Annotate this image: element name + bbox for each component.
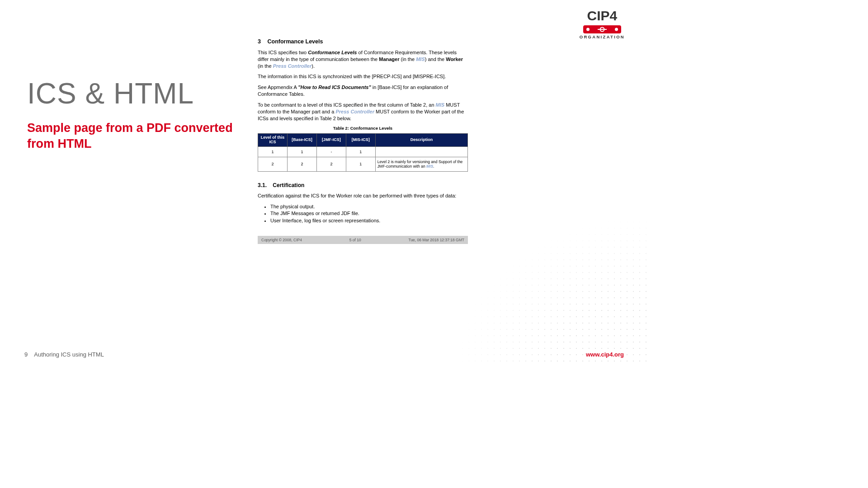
doc-timestamp: Tue, 06 Mar 2018 12:37:18 GMT [409, 238, 464, 242]
table-header: Description [375, 134, 467, 147]
doc-heading-3: 3 Conformance Levels [258, 38, 468, 46]
table-header: [MIS-ICS] [346, 134, 375, 147]
table-row: 2 2 2 1 Level 2 is mainly for versioning… [258, 157, 468, 171]
table-row: 1 1 - 1 [258, 147, 468, 157]
doc-paragraph: See Appmendix A "How to Read ICS Documen… [258, 84, 468, 98]
doc-paragraph: The information in this ICS is synchroni… [258, 73, 468, 80]
conformance-table: Level of this ICS [Base-ICS] [JMF-ICS] [… [258, 133, 468, 171]
logo-text: CIP4 [580, 8, 625, 23]
table-header: [Base-ICS] [287, 134, 316, 147]
slide-subtitle: Sample page from a PDF converted from HT… [27, 120, 258, 152]
doc-page-count: 5 of 10 [349, 238, 361, 242]
table-caption: Table 2: Conformance Levels [258, 126, 468, 131]
doc-paragraph: Certification against the ICS for the Wo… [258, 192, 468, 199]
sample-document: 3 Conformance Levels This ICS specifies … [258, 38, 468, 225]
doc-heading-4: 3.1. Certification [258, 182, 468, 189]
doc-copyright: Copyright © 2008, CIP4 [261, 238, 302, 242]
brand-logo: CIP4 ORGANIZATION [580, 8, 625, 39]
table-header: [JMF-ICS] [316, 134, 346, 147]
footer-url: www.cip4.org [586, 351, 624, 358]
slide-footer-caption: Authoring ICS using HTML [34, 351, 104, 358]
doc-paragraph: This ICS specifies two Conformance Level… [258, 49, 468, 70]
doc-footer-bar: Copyright © 2008, CIP4 5 of 10 Tue, 06 M… [258, 236, 468, 244]
slide-footer: 9 Authoring ICS using HTML www.cip4.org [24, 351, 624, 358]
doc-bullet-list: The physical output. The JMF Messages or… [258, 203, 468, 225]
logo-subtext: ORGANIZATION [580, 34, 625, 39]
doc-paragraph: To be conformant to a level of this ICS … [258, 102, 468, 122]
slide-title: ICS & HTML [27, 77, 258, 110]
table-header: Level of this ICS [258, 134, 288, 147]
list-item: The JMF Messages or returned JDF file. [270, 210, 468, 217]
list-item: The physical output. [270, 203, 468, 210]
slide-number: 9 [24, 351, 28, 358]
list-item: User Interface, log files or screen repr… [270, 217, 468, 224]
logo-bar-icon [583, 25, 621, 33]
